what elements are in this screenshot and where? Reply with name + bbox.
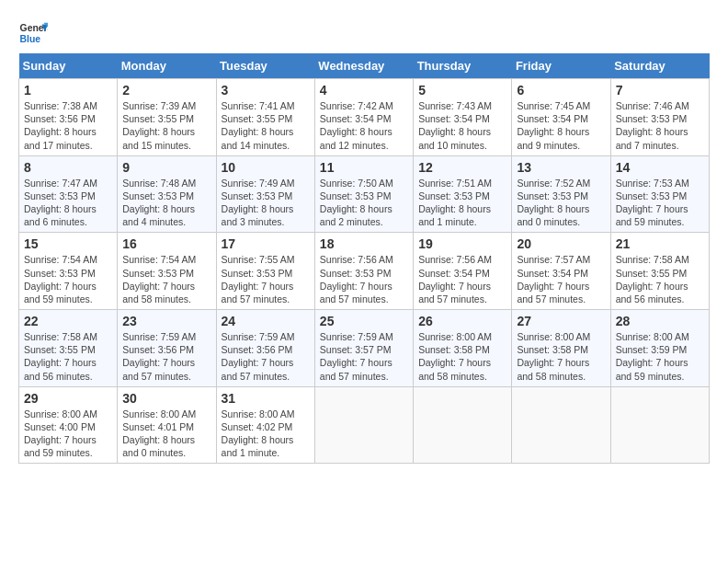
calendar-day-cell: 28Sunrise: 8:00 AM Sunset: 3:59 PM Dayli… xyxy=(610,310,709,387)
calendar-day-cell: 6Sunrise: 7:45 AM Sunset: 3:54 PM Daylig… xyxy=(512,79,610,156)
day-info: Sunrise: 8:00 AM Sunset: 3:58 PM Dayligh… xyxy=(517,330,605,383)
day-number: 3 xyxy=(222,83,310,98)
day-info: Sunrise: 7:50 AM Sunset: 3:53 PM Dayligh… xyxy=(320,177,408,229)
day-number: 15 xyxy=(24,236,112,251)
day-info: Sunrise: 7:56 AM Sunset: 3:53 PM Dayligh… xyxy=(320,253,408,305)
day-info: Sunrise: 8:00 AM Sunset: 4:01 PM Dayligh… xyxy=(122,408,210,460)
day-info: Sunrise: 7:58 AM Sunset: 3:55 PM Dayligh… xyxy=(616,253,704,305)
day-info: Sunrise: 7:59 AM Sunset: 3:56 PM Dayligh… xyxy=(122,330,210,383)
logo: General Blue xyxy=(18,18,51,48)
day-info: Sunrise: 7:46 AM Sunset: 3:53 PM Dayligh… xyxy=(616,99,704,152)
day-info: Sunrise: 7:48 AM Sunset: 3:53 PM Dayligh… xyxy=(122,177,210,229)
day-info: Sunrise: 7:53 AM Sunset: 3:53 PM Dayligh… xyxy=(616,177,704,229)
day-number: 4 xyxy=(320,83,408,98)
day-info: Sunrise: 7:47 AM Sunset: 3:53 PM Dayligh… xyxy=(24,177,112,229)
day-number: 21 xyxy=(616,236,704,251)
calendar-day-cell: 23Sunrise: 7:59 AM Sunset: 3:56 PM Dayli… xyxy=(118,310,216,387)
empty-cell xyxy=(314,386,413,464)
day-number: 23 xyxy=(122,314,210,328)
day-info: Sunrise: 7:41 AM Sunset: 3:55 PM Dayligh… xyxy=(222,99,310,152)
calendar-day-cell: 24Sunrise: 7:59 AM Sunset: 3:56 PM Dayli… xyxy=(216,310,314,387)
empty-cell xyxy=(414,386,512,464)
day-info: Sunrise: 7:42 AM Sunset: 3:54 PM Dayligh… xyxy=(320,99,408,152)
calendar-day-cell: 25Sunrise: 7:59 AM Sunset: 3:57 PM Dayli… xyxy=(314,310,413,387)
day-number: 10 xyxy=(222,160,310,175)
day-info: Sunrise: 7:38 AM Sunset: 3:56 PM Dayligh… xyxy=(24,99,112,152)
day-number: 25 xyxy=(320,314,408,328)
calendar-day-cell: 21Sunrise: 7:58 AM Sunset: 3:55 PM Dayli… xyxy=(610,233,709,310)
day-info: Sunrise: 8:00 AM Sunset: 3:58 PM Dayligh… xyxy=(418,330,506,383)
day-number: 13 xyxy=(517,160,605,175)
day-info: Sunrise: 7:39 AM Sunset: 3:55 PM Dayligh… xyxy=(122,99,210,152)
empty-cell xyxy=(512,386,610,464)
day-number: 7 xyxy=(616,83,704,98)
day-number: 22 xyxy=(24,314,112,328)
day-header-tuesday: Tuesday xyxy=(216,53,314,79)
day-info: Sunrise: 7:59 AM Sunset: 3:57 PM Dayligh… xyxy=(320,330,408,383)
calendar-day-cell: 17Sunrise: 7:55 AM Sunset: 3:53 PM Dayli… xyxy=(216,233,314,310)
day-number: 19 xyxy=(418,236,506,251)
day-info: Sunrise: 8:00 AM Sunset: 3:59 PM Dayligh… xyxy=(616,330,704,383)
day-info: Sunrise: 7:56 AM Sunset: 3:54 PM Dayligh… xyxy=(418,253,506,305)
day-info: Sunrise: 7:57 AM Sunset: 3:54 PM Dayligh… xyxy=(517,253,605,305)
day-number: 8 xyxy=(24,160,112,175)
day-number: 11 xyxy=(320,160,408,175)
day-header-friday: Friday xyxy=(512,53,610,79)
day-number: 31 xyxy=(222,391,310,406)
day-info: Sunrise: 8:00 AM Sunset: 4:02 PM Dayligh… xyxy=(222,408,310,460)
day-number: 17 xyxy=(222,236,310,251)
calendar-week-row: 15Sunrise: 7:54 AM Sunset: 3:53 PM Dayli… xyxy=(19,233,710,310)
day-info: Sunrise: 7:55 AM Sunset: 3:53 PM Dayligh… xyxy=(222,253,310,305)
calendar-day-cell: 1Sunrise: 7:38 AM Sunset: 3:56 PM Daylig… xyxy=(19,79,118,156)
day-info: Sunrise: 7:51 AM Sunset: 3:53 PM Dayligh… xyxy=(418,177,506,229)
calendar-table: SundayMondayTuesdayWednesdayThursdayFrid… xyxy=(18,53,710,464)
day-number: 26 xyxy=(418,314,506,328)
calendar-day-cell: 19Sunrise: 7:56 AM Sunset: 3:54 PM Dayli… xyxy=(414,233,512,310)
calendar-day-cell: 7Sunrise: 7:46 AM Sunset: 3:53 PM Daylig… xyxy=(610,79,709,156)
logo-icon: General Blue xyxy=(18,18,48,48)
day-number: 20 xyxy=(517,236,605,251)
day-number: 29 xyxy=(24,391,112,406)
calendar-day-cell: 16Sunrise: 7:54 AM Sunset: 3:53 PM Dayli… xyxy=(118,233,216,310)
calendar-day-cell: 15Sunrise: 7:54 AM Sunset: 3:53 PM Dayli… xyxy=(19,233,118,310)
page-header: General Blue xyxy=(18,18,710,48)
day-number: 28 xyxy=(616,314,704,328)
calendar-day-cell: 12Sunrise: 7:51 AM Sunset: 3:53 PM Dayli… xyxy=(414,155,512,233)
calendar-day-cell: 27Sunrise: 8:00 AM Sunset: 3:58 PM Dayli… xyxy=(512,310,610,387)
day-number: 24 xyxy=(222,314,310,328)
day-header-saturday: Saturday xyxy=(610,53,709,79)
calendar-day-cell: 13Sunrise: 7:52 AM Sunset: 3:53 PM Dayli… xyxy=(512,155,610,233)
calendar-header-row: SundayMondayTuesdayWednesdayThursdayFrid… xyxy=(19,53,710,79)
calendar-day-cell: 4Sunrise: 7:42 AM Sunset: 3:54 PM Daylig… xyxy=(314,79,413,156)
calendar-week-row: 22Sunrise: 7:58 AM Sunset: 3:55 PM Dayli… xyxy=(19,310,710,387)
day-header-wednesday: Wednesday xyxy=(314,53,413,79)
day-number: 2 xyxy=(122,83,210,98)
calendar-day-cell: 26Sunrise: 8:00 AM Sunset: 3:58 PM Dayli… xyxy=(414,310,512,387)
calendar-day-cell: 5Sunrise: 7:43 AM Sunset: 3:54 PM Daylig… xyxy=(414,79,512,156)
calendar-day-cell: 3Sunrise: 7:41 AM Sunset: 3:55 PM Daylig… xyxy=(216,79,314,156)
day-info: Sunrise: 7:58 AM Sunset: 3:55 PM Dayligh… xyxy=(24,330,112,383)
day-number: 6 xyxy=(517,83,605,98)
calendar-week-row: 1Sunrise: 7:38 AM Sunset: 3:56 PM Daylig… xyxy=(19,79,710,156)
calendar-day-cell: 29Sunrise: 8:00 AM Sunset: 4:00 PM Dayli… xyxy=(19,386,118,464)
day-number: 27 xyxy=(517,314,605,328)
day-number: 14 xyxy=(616,160,704,175)
day-number: 12 xyxy=(418,160,506,175)
day-number: 9 xyxy=(122,160,210,175)
day-number: 30 xyxy=(122,391,210,406)
calendar-day-cell: 14Sunrise: 7:53 AM Sunset: 3:53 PM Dayli… xyxy=(610,155,709,233)
empty-cell xyxy=(610,386,709,464)
calendar-day-cell: 8Sunrise: 7:47 AM Sunset: 3:53 PM Daylig… xyxy=(19,155,118,233)
day-info: Sunrise: 7:59 AM Sunset: 3:56 PM Dayligh… xyxy=(222,330,310,383)
calendar-day-cell: 20Sunrise: 7:57 AM Sunset: 3:54 PM Dayli… xyxy=(512,233,610,310)
day-number: 18 xyxy=(320,236,408,251)
day-info: Sunrise: 7:49 AM Sunset: 3:53 PM Dayligh… xyxy=(222,177,310,229)
svg-text:Blue: Blue xyxy=(20,34,41,44)
calendar-day-cell: 10Sunrise: 7:49 AM Sunset: 3:53 PM Dayli… xyxy=(216,155,314,233)
day-info: Sunrise: 8:00 AM Sunset: 4:00 PM Dayligh… xyxy=(24,408,112,460)
day-header-thursday: Thursday xyxy=(414,53,512,79)
day-info: Sunrise: 7:45 AM Sunset: 3:54 PM Dayligh… xyxy=(517,99,605,152)
calendar-day-cell: 18Sunrise: 7:56 AM Sunset: 3:53 PM Dayli… xyxy=(314,233,413,310)
day-number: 16 xyxy=(122,236,210,251)
calendar-day-cell: 31Sunrise: 8:00 AM Sunset: 4:02 PM Dayli… xyxy=(216,386,314,464)
